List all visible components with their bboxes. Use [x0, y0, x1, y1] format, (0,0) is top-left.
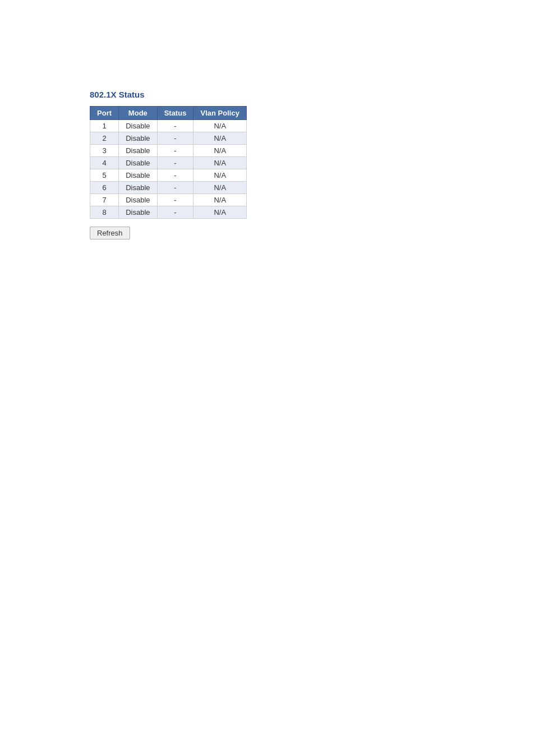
table-row: 1Disable-N/A: [90, 120, 247, 132]
cell-port: 8: [90, 206, 119, 219]
cell-port: 6: [90, 182, 119, 194]
cell-port: 1: [90, 120, 119, 132]
cell-mode: Disable: [119, 206, 157, 219]
cell-vlan_policy: N/A: [193, 194, 247, 206]
cell-status: -: [157, 182, 193, 194]
cell-status: -: [157, 157, 193, 169]
col-header-mode: Mode: [119, 107, 157, 120]
cell-vlan_policy: N/A: [193, 132, 247, 145]
cell-port: 5: [90, 169, 119, 182]
cell-mode: Disable: [119, 169, 157, 182]
table-row: 8Disable-N/A: [90, 206, 247, 219]
table-row: 4Disable-N/A: [90, 157, 247, 169]
cell-port: 4: [90, 157, 119, 169]
cell-vlan_policy: N/A: [193, 157, 247, 169]
col-header-status: Status: [157, 107, 193, 120]
col-header-port: Port: [90, 107, 119, 120]
cell-port: 7: [90, 194, 119, 206]
table-row: 2Disable-N/A: [90, 132, 247, 145]
page-title: 802.1X Status: [90, 90, 535, 99]
cell-vlan_policy: N/A: [193, 145, 247, 157]
cell-status: -: [157, 169, 193, 182]
page-container: 802.1X Status Port Mode Status Vlan Poli…: [0, 0, 535, 239]
cell-vlan_policy: N/A: [193, 206, 247, 219]
cell-vlan_policy: N/A: [193, 169, 247, 182]
cell-status: -: [157, 120, 193, 132]
cell-mode: Disable: [119, 182, 157, 194]
cell-port: 2: [90, 132, 119, 145]
cell-vlan_policy: N/A: [193, 182, 247, 194]
cell-mode: Disable: [119, 132, 157, 145]
cell-mode: Disable: [119, 157, 157, 169]
cell-status: -: [157, 194, 193, 206]
cell-mode: Disable: [119, 145, 157, 157]
cell-status: -: [157, 132, 193, 145]
cell-mode: Disable: [119, 120, 157, 132]
table-header-row: Port Mode Status Vlan Policy: [90, 107, 247, 120]
refresh-button[interactable]: Refresh: [90, 227, 130, 239]
col-header-vlan-policy: Vlan Policy: [193, 107, 247, 120]
cell-status: -: [157, 145, 193, 157]
table-row: 6Disable-N/A: [90, 182, 247, 194]
cell-vlan_policy: N/A: [193, 120, 247, 132]
status-table: Port Mode Status Vlan Policy 1Disable-N/…: [90, 106, 247, 219]
table-row: 5Disable-N/A: [90, 169, 247, 182]
cell-mode: Disable: [119, 194, 157, 206]
table-row: 7Disable-N/A: [90, 194, 247, 206]
table-row: 3Disable-N/A: [90, 145, 247, 157]
cell-port: 3: [90, 145, 119, 157]
cell-status: -: [157, 206, 193, 219]
